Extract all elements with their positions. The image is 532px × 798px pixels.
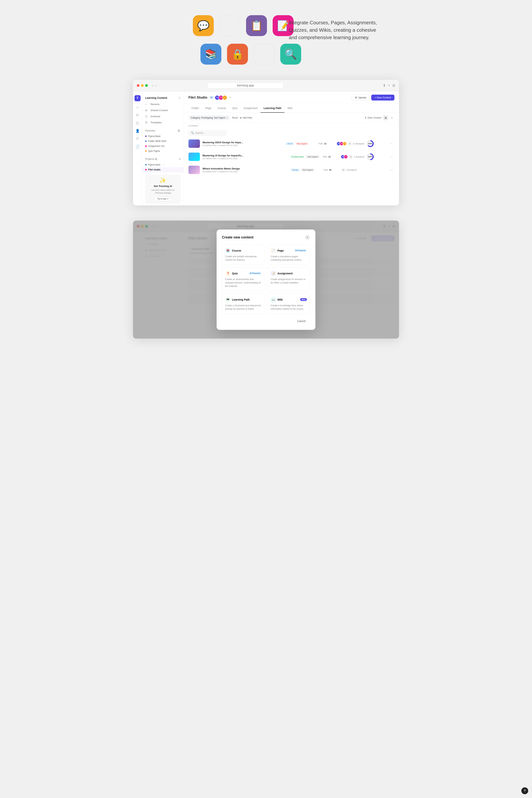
recents-icon: ○ [145, 102, 149, 106]
modal-card-header-page: 📄 Page AI Powered [270, 248, 307, 253]
completion-circle-2: 50% [367, 153, 374, 160]
search-icon-sm: 🔍 [191, 132, 194, 134]
more-btn-1[interactable]: ··· [388, 141, 395, 147]
dot-green[interactable] [145, 84, 148, 87]
templates-icon: ⊞ [145, 121, 149, 124]
sidebar-item-templates[interactable]: ⊞ Templates [142, 119, 184, 126]
content-info-1: Mastering UI/UX Design for Impa... by Ra… [203, 141, 283, 147]
thumb-3 [189, 166, 200, 174]
users-icon[interactable]: 👤 [135, 129, 140, 133]
modal-card-quiz[interactable]: ❓ Quiz AI Powered Create an assessments … [222, 267, 265, 291]
modal-card-assignment[interactable]: 📝 Assignment Create assignments for lear… [267, 267, 310, 291]
content-info-2: Mastering UI Design for Impactfu... by R… [203, 154, 287, 159]
fav-quiz[interactable]: Quiz Figma [142, 149, 184, 153]
sidebar-collapse-icon[interactable]: ⊟ [178, 96, 181, 99]
shared-icon: ◈ [145, 109, 149, 112]
tab-wiki[interactable]: Wiki [284, 104, 296, 113]
icons-section: 💬 📋 📝 📚 🔒 🔍 Integrate Courses, Pages, As… [133, 15, 399, 69]
dot-red[interactable] [137, 84, 139, 87]
filter-close-icon[interactable]: × [226, 116, 228, 119]
sidebar-icons-col: T ⌂ ⊙ ◫ 👤 ⏱ 📄 [133, 91, 142, 205]
tab-course[interactable]: Course [214, 104, 229, 113]
grid-view-icon[interactable]: ⊞ [383, 115, 388, 120]
tab-learning-path[interactable]: Learning Path [261, 104, 284, 113]
filter-chip[interactable]: Category: Prototyping, Not Urgent × [189, 115, 230, 120]
fav-folder-new[interactable]: Folder NEW 2024 [142, 139, 184, 144]
completion-section-2: 50% [367, 153, 386, 160]
sidebar-item-recents[interactable]: ○ Recents [142, 101, 184, 107]
upload-button[interactable]: ⬆ Upload [352, 94, 369, 101]
modal-grid: 📚 Course Create and publish educational … [222, 245, 310, 314]
document-icon[interactable]: 📄 [135, 145, 140, 149]
sort-button[interactable]: ⇅ Date Created [365, 116, 381, 119]
modal-card-wiki[interactable]: 📖 Wiki New Create a knowledge base where… [267, 294, 310, 314]
modal-card-course[interactable]: 📚 Course Create and publish educational … [222, 245, 265, 265]
add-member-icon[interactable]: + [229, 96, 231, 99]
step-count-1: 12 [324, 142, 326, 145]
modal-close-btn[interactable]: × [305, 235, 310, 240]
assigned-section-1: R F + + 21 Assigned [337, 141, 364, 146]
projects-header: Projects 2 + [142, 156, 184, 162]
completion-section-1: 64% [367, 140, 386, 147]
tab-quiz[interactable]: Quiz [229, 104, 241, 113]
cancel-button[interactable]: Cancel [292, 318, 310, 324]
share-icon[interactable]: ⬆ [383, 83, 386, 88]
thumb-1 [189, 139, 200, 148]
search-icon[interactable]: ⊙ [136, 113, 139, 117]
quiz-card-icon: ❓ [225, 271, 230, 276]
nav-forward[interactable]: › [155, 83, 156, 88]
sidebar-bottom: ✨ Get Trenning AI Use AI in every action… [142, 172, 184, 205]
assignment-card-desc: Create assignments for learners to do wi… [270, 278, 307, 284]
ai-try-btn[interactable]: Try it now ↗ [154, 196, 171, 201]
course-card-desc: Create and publish educational content f… [225, 255, 262, 262]
more-btn-2[interactable]: ··· [388, 154, 395, 159]
shared-label: Shared Content [151, 109, 168, 112]
add-project-icon[interactable]: + [179, 157, 181, 161]
tab-assignment[interactable]: Assignment [241, 104, 261, 113]
more-btn-3[interactable]: ··· [388, 167, 395, 173]
modal-card-page[interactable]: 📄 Page AI Powered Create a standalone pa… [267, 245, 310, 265]
projects-section: Projects 2 + Figma basic ↗ Fikri studio [142, 156, 184, 172]
tag-not-urgent-2: Not Urgent [306, 155, 319, 158]
project-fikri-studio[interactable]: Fikri studio [142, 167, 184, 172]
fav-figma-basic[interactable]: Figma Basic [142, 134, 184, 139]
learning-nav-icon[interactable]: ◫ [136, 121, 139, 125]
list-view-icon[interactable]: ≡ [389, 115, 395, 120]
add-tab-icon[interactable]: + [388, 83, 390, 88]
projects-label: Projects [145, 158, 154, 160]
nav-back[interactable]: ‹ [152, 83, 153, 88]
modal-card-learning-path[interactable]: 🗺 Learning Path Create a structured and … [222, 294, 265, 314]
favorites-header: Favorites 3 [142, 128, 184, 134]
browser-url[interactable]: trenning.app [208, 82, 284, 89]
assign-add-btn-3[interactable]: + [341, 168, 345, 172]
app-logo[interactable]: T [134, 95, 140, 101]
sidebar-toggle-icon[interactable]: ⊞ [392, 83, 395, 88]
sidebar-item-archived[interactable]: ⊡ Archived [142, 113, 184, 119]
dot-yellow[interactable] [141, 84, 144, 87]
sidebar-item-shared[interactable]: ◈ Shared Content [142, 107, 184, 113]
tab-page[interactable]: Page [202, 104, 214, 113]
content-tags-3: Design Not Urgent [290, 168, 321, 171]
assign-add-btn-1[interactable]: + [348, 142, 352, 146]
new-content-button[interactable]: + New Content [371, 95, 395, 100]
content-info-3: Where Innovation Meets Design by Ralhan … [203, 167, 288, 173]
tag-design: Design [290, 168, 300, 171]
filter-add-btn[interactable]: ⊕ Add Filter [240, 116, 252, 119]
project-figma-basic[interactable]: Figma basic ↗ [142, 162, 184, 167]
path-label-3: Path [324, 169, 328, 171]
filter-reset-btn[interactable]: Reset [232, 116, 238, 119]
content-title-2: Mastering UI Design for Impactfu... [203, 154, 287, 157]
content-item-3: Where Innovation Meets Design by Ralhan … [184, 164, 399, 176]
app-layout-1: T ⌂ ⊙ ◫ 👤 ⏱ 📄 Learning Content ⊟ ○ Recen… [133, 91, 399, 205]
assigned-count-1: 21 Assigned [353, 142, 364, 145]
assign-add-btn-2[interactable]: + [349, 155, 353, 159]
fav-assignment[interactable]: Assignment 101 [142, 144, 184, 149]
home-icon[interactable]: ⌂ [136, 105, 138, 109]
browser-window-1: ‹ › trenning.app ⬆ + ⊞ T ⌂ ⊙ ◫ 👤 ⏱ 📄 Lea… [133, 80, 399, 205]
search-input[interactable]: 🔍 Search... [189, 130, 227, 136]
course-icon: 💬 [193, 15, 214, 36]
modal-card-title-row-lp: 🗺 Learning Path [225, 297, 250, 302]
content-item-2: Mastering UI Design for Impactfu... by R… [184, 150, 399, 164]
tab-folder[interactable]: Folder [189, 104, 202, 113]
clock-icon[interactable]: ⏱ [136, 137, 139, 141]
